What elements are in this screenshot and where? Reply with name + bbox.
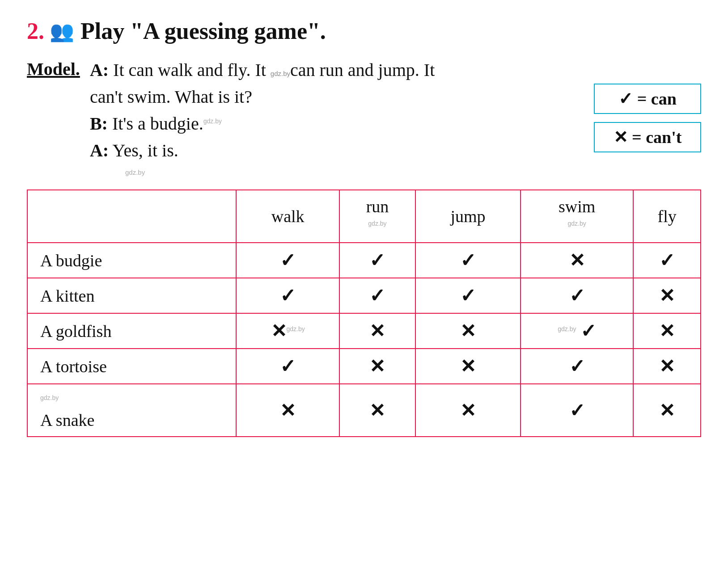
col-header-fly: fly: [633, 190, 701, 243]
legend-can-box: ✓ = can: [594, 84, 701, 114]
kitten-swim: ✓: [521, 278, 634, 313]
tortoise-jump: ✕: [415, 349, 521, 384]
model-row: Model. A: It can walk and fly. It gdz.by…: [27, 57, 576, 164]
table-row: A kitten ✓ ✓ ✓ ✓ ✕: [27, 278, 701, 313]
activity-table-container: walk rungdz.by jump swimgdz.by fly A bud…: [27, 189, 701, 437]
snake-fly: ✕: [633, 384, 701, 437]
goldfish-fly: ✕: [633, 313, 701, 349]
tortoise-walk: ✓: [236, 349, 339, 384]
goldfish-swim: gdz.by ✓: [521, 313, 634, 349]
tortoise-fly: ✕: [633, 349, 701, 384]
watermark-run: gdz.by: [368, 220, 386, 227]
legend-section: ✓ = can ✕ = can't: [594, 84, 701, 152]
check-symbol: ✓: [618, 89, 633, 108]
exercise-number: 2.: [27, 18, 44, 44]
watermark-snake: gdz.by: [40, 394, 59, 401]
main-content: Model. A: It can walk and fly. It gdz.by…: [27, 57, 701, 437]
model-label: Model.: [27, 57, 80, 82]
can-label: = can: [637, 89, 677, 108]
model-dialogue: A: It can walk and fly. It gdz.bycan run…: [90, 57, 457, 164]
dialogue-line-a2: A: Yes, it is.: [90, 137, 457, 164]
exercise-title: Play "A guessing game".: [80, 18, 326, 44]
tortoise-run: ✕: [339, 349, 415, 384]
dialogue-line-b: B: It's a budgie.gdz.by: [90, 110, 457, 137]
snake-walk: ✕: [236, 384, 339, 437]
cant-label: = can't: [632, 128, 681, 147]
goldfish-walk: ✕gdz.by: [236, 313, 339, 349]
watermark-swim: gdz.by: [568, 220, 586, 227]
exercise-header: 2. 👥 Play "A guessing game".: [27, 18, 701, 44]
snake-run: ✕: [339, 384, 415, 437]
col-header-run: rungdz.by: [339, 190, 415, 243]
budgie-jump: ✓: [415, 243, 521, 278]
table-header-row: walk rungdz.by jump swimgdz.by fly: [27, 190, 701, 243]
legend-cant-box: ✕ = can't: [594, 122, 701, 152]
animal-kitten: A kitten: [27, 278, 236, 313]
content-layout: Model. A: It can walk and fly. It gdz.by…: [27, 57, 701, 176]
col-header-empty: [27, 190, 236, 243]
kitten-jump: ✓: [415, 278, 521, 313]
budgie-swim: ✕: [521, 243, 634, 278]
watermark-3: gdz.by: [125, 168, 576, 176]
budgie-fly: ✓: [633, 243, 701, 278]
kitten-walk: ✓: [236, 278, 339, 313]
animal-budgie: A budgie: [27, 243, 236, 278]
watermark-goldfish: gdz.by: [287, 325, 305, 332]
snake-swim: ✓: [521, 384, 634, 437]
watermark-1: gdz.by: [271, 70, 290, 77]
snake-jump: ✕: [415, 384, 521, 437]
model-section: Model. A: It can walk and fly. It gdz.by…: [27, 57, 576, 176]
col-header-walk: walk: [236, 190, 339, 243]
speaker-a2: A:: [90, 140, 109, 160]
animal-tortoise: A tortoise: [27, 349, 236, 384]
watermark-2: gdz.by: [203, 118, 222, 125]
table-row: A tortoise ✓ ✕ ✕ ✓ ✕: [27, 349, 701, 384]
people-icon: 👥: [50, 20, 74, 43]
activity-table: walk rungdz.by jump swimgdz.by fly A bud…: [27, 189, 701, 437]
tortoise-swim: ✓: [521, 349, 634, 384]
dialogue-line-a1: A: It can walk and fly. It gdz.bycan run…: [90, 57, 457, 110]
budgie-walk: ✓: [236, 243, 339, 278]
budgie-run: ✓: [339, 243, 415, 278]
kitten-fly: ✕: [633, 278, 701, 313]
kitten-run: ✓: [339, 278, 415, 313]
animal-snake: gdz.by A snake: [27, 384, 236, 437]
col-header-swim: swimgdz.by: [521, 190, 634, 243]
col-header-jump: jump: [415, 190, 521, 243]
animal-goldfish: A goldfish: [27, 313, 236, 349]
speaker-b: B:: [90, 114, 108, 134]
table-row: A goldfish ✕gdz.by ✕ ✕ gdz.by ✓ ✕: [27, 313, 701, 349]
table-row: A budgie ✓ ✓ ✓ ✕ ✓: [27, 243, 701, 278]
table-row: gdz.by A snake ✕ ✕ ✕ ✓ ✕: [27, 384, 701, 437]
cross-symbol: ✕: [614, 128, 628, 147]
speaker-a1: A:: [90, 60, 109, 80]
watermark-goldfish-swim: gdz.by: [558, 325, 576, 332]
goldfish-jump: ✕: [415, 313, 521, 349]
goldfish-run: ✕: [339, 313, 415, 349]
